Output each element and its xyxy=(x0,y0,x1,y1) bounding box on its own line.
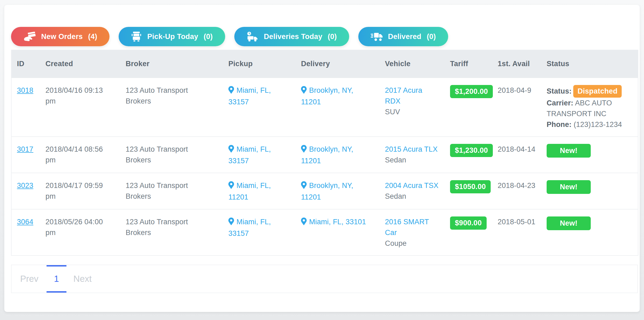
header-status: Status xyxy=(541,50,638,78)
tariff-cell: $1050.00 xyxy=(445,173,492,209)
vehicle-link[interactable]: 2017 Acura RDX xyxy=(385,85,439,106)
delivery-cell[interactable]: Brooklyn, NY,11201 xyxy=(296,137,380,173)
header-pickup: Pickup xyxy=(223,50,296,78)
header-delivery: Delivery xyxy=(296,50,380,78)
created-cell: 2018/04/14 08:56 pm xyxy=(40,137,120,173)
header-vehicle: Vehicle xyxy=(380,50,445,78)
map-marker-icon xyxy=(301,181,307,192)
delivery-cell[interactable]: Brooklyn, NY,11201 xyxy=(296,173,380,209)
vehicle-type: Sedan xyxy=(385,155,439,165)
vehicle-cell: 2015 Acura TLXSedan xyxy=(380,137,445,173)
pagination-page-1[interactable]: 1 xyxy=(47,265,66,293)
tariff-cell: $1,230.00 xyxy=(445,137,492,173)
filter-button-count: (4) xyxy=(88,33,97,41)
pickup-cell[interactable]: Miami, FL,33157 xyxy=(223,137,296,173)
broker-cell: 123 Auto Transport Brokers xyxy=(120,209,223,255)
pickup-cell[interactable]: Miami, FL,33157 xyxy=(223,78,296,137)
table-row: 3064 2018/05/26 04:00pm 123 Auto Transpo… xyxy=(11,209,638,255)
pickup-cell[interactable]: Miami, FL, 11201 xyxy=(223,173,296,209)
status-cell: New! xyxy=(541,137,638,173)
header-tariff: Tariff xyxy=(445,50,492,78)
broker-cell: 123 Auto Transport Brokers xyxy=(120,78,223,137)
vehicle-type: Sedan xyxy=(385,191,439,202)
delivery-cell[interactable]: Brooklyn, NY,11201 xyxy=(296,78,380,137)
tariff-badge: $1050.00 xyxy=(450,180,491,193)
order-id-link[interactable]: 3017 xyxy=(17,145,33,153)
vehicle-link[interactable]: 2004 Acura TSX xyxy=(385,180,439,191)
pagination-prev[interactable]: Prev xyxy=(20,265,38,293)
header-id: ID xyxy=(11,50,40,78)
vehicle-link[interactable]: 2015 Acura TLX xyxy=(385,144,439,155)
pagination: Prev 1 Next xyxy=(11,265,638,293)
vehicle-link[interactable]: 2016 SMART Car xyxy=(385,216,439,238)
filter-button-count: (0) xyxy=(204,33,213,41)
header-first-avail: 1st. Avail xyxy=(492,50,541,78)
status-cell: New! xyxy=(541,173,638,209)
map-marker-icon xyxy=(228,86,234,97)
tariff-badge: $900.00 xyxy=(450,216,487,230)
table-row: 3018 2018/04/16 09:13 pm 123 Auto Transp… xyxy=(11,78,638,137)
deliveries-today-button[interactable]: Deliveries Today(0) xyxy=(234,27,349,46)
new-status-badge: New! xyxy=(547,216,591,230)
tariff-badge: $1,230.00 xyxy=(450,144,493,157)
pagination-next[interactable]: Next xyxy=(73,265,92,293)
truck-fast-icon xyxy=(371,32,383,41)
map-marker-icon xyxy=(301,86,307,97)
vehicle-type: Coupe xyxy=(385,238,439,249)
broker-cell: 123 Auto Transport Brokers xyxy=(120,137,223,173)
map-marker-icon xyxy=(301,145,307,155)
vehicle-type: SUV xyxy=(385,106,439,117)
vehicle-cell: 2017 Acura RDXSUV xyxy=(380,78,445,137)
first-avail-cell: 2018-04-14 xyxy=(492,137,541,173)
vehicle-cell: 2016 SMART CarCoupe xyxy=(380,209,445,255)
pickup-cell[interactable]: Miami, FL,33157 xyxy=(223,209,296,255)
delivered-button[interactable]: Delivered(0) xyxy=(358,27,448,46)
table-header-row: ID Created Broker Pickup Delivery Vehicl… xyxy=(11,50,638,78)
map-marker-icon xyxy=(228,145,234,155)
new-orders-button[interactable]: New Orders(4) xyxy=(11,27,109,46)
vehicle-cell: 2004 Acura TSXSedan xyxy=(380,173,445,209)
map-marker-icon xyxy=(228,217,234,228)
map-marker-icon xyxy=(301,217,307,228)
header-created: Created xyxy=(40,50,120,78)
filter-button-count: (0) xyxy=(427,33,436,41)
created-cell: 2018/05/26 04:00pm xyxy=(40,209,120,255)
first-avail-cell: 2018-04-9 xyxy=(492,78,541,137)
orders-card: New Orders(4) Pick-Up Today(0) xyxy=(4,5,640,312)
truck-clock-icon xyxy=(247,31,259,42)
broker-cell: 123 Auto Transport Brokers xyxy=(120,173,223,209)
filter-button-count: (0) xyxy=(328,33,337,41)
tariff-cell: $1,200.00 xyxy=(445,78,492,137)
tariff-badge: $1,200.00 xyxy=(450,85,493,98)
status-cell: New! xyxy=(541,209,638,255)
filter-button-label: New Orders xyxy=(41,33,83,41)
filter-button-label: Pick-Up Today xyxy=(147,33,198,41)
header-broker: Broker xyxy=(120,50,223,78)
status-cell: Status:DispatchedCarrier: ABC AUTO TRANS… xyxy=(541,78,638,137)
order-id-link[interactable]: 3018 xyxy=(17,86,33,94)
order-id-link[interactable]: 3064 xyxy=(17,218,33,226)
filter-button-label: Delivered xyxy=(388,33,421,41)
orders-table: ID Created Broker Pickup Delivery Vehicl… xyxy=(11,50,638,256)
first-avail-cell: 2018-04-23 xyxy=(492,173,541,209)
order-id-link[interactable]: 3023 xyxy=(17,182,33,190)
table-row: 3023 2018/04/17 09:59 pm 123 Auto Transp… xyxy=(11,173,638,209)
truck-front-icon xyxy=(131,31,142,42)
table-row: 3017 2018/04/14 08:56 pm 123 Auto Transp… xyxy=(11,137,638,173)
hand-credit-card-icon xyxy=(23,32,36,42)
new-status-badge: New! xyxy=(547,144,591,158)
dispatched-badge: Dispatched xyxy=(573,85,622,98)
first-avail-cell: 2018-05-01 xyxy=(492,209,541,255)
tariff-cell: $900.00 xyxy=(445,209,492,255)
pickup-today-button[interactable]: Pick-Up Today(0) xyxy=(119,27,225,46)
new-status-badge: New! xyxy=(547,180,591,194)
order-filter-buttons: New Orders(4) Pick-Up Today(0) xyxy=(11,27,633,46)
delivery-cell[interactable]: Miami, FL, 33101 xyxy=(296,209,380,255)
map-marker-icon xyxy=(228,181,234,192)
filter-button-label: Deliveries Today xyxy=(264,33,322,41)
created-cell: 2018/04/16 09:13 pm xyxy=(40,78,120,137)
created-cell: 2018/04/17 09:59 pm xyxy=(40,173,120,209)
